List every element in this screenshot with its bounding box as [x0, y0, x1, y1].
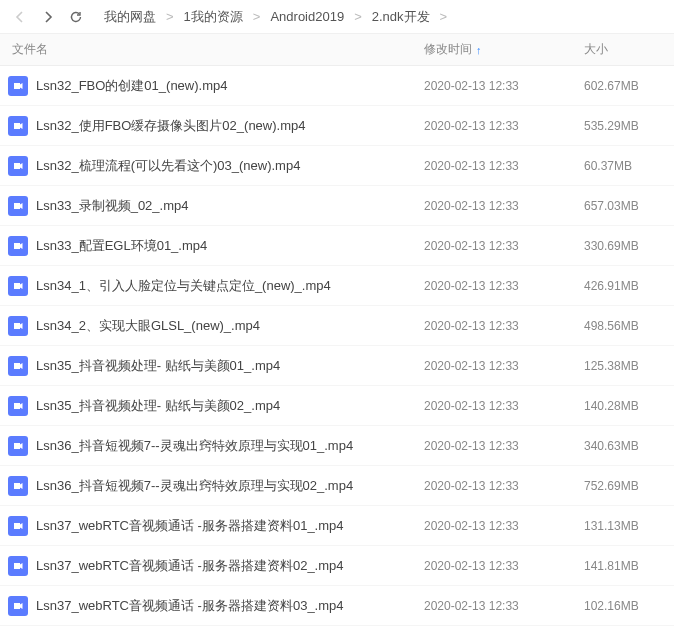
file-row[interactable]: Lsn32_梳理流程(可以先看这个)03_(new).mp42020-02-13…: [0, 146, 674, 186]
topbar: 我的网盘 > 1我的资源 > Android2019 > 2.ndk开发 >: [0, 0, 674, 34]
refresh-button[interactable]: [64, 5, 88, 29]
file-list: Lsn32_FBO的创建01_(new).mp42020-02-13 12:33…: [0, 66, 674, 626]
file-row[interactable]: Lsn32_FBO的创建01_(new).mp42020-02-13 12:33…: [0, 66, 674, 106]
column-header-date[interactable]: 修改时间 ↑: [424, 41, 584, 58]
file-name: Lsn35_抖音视频处理- 贴纸与美颜02_.mp4: [36, 397, 424, 415]
file-size: 140.28MB: [584, 399, 674, 413]
file-size: 330.69MB: [584, 239, 674, 253]
file-size: 752.69MB: [584, 479, 674, 493]
video-file-icon: [8, 196, 28, 216]
back-button[interactable]: [8, 5, 32, 29]
file-date: 2020-02-13 12:33: [424, 559, 584, 573]
file-row[interactable]: Lsn34_1、引入人脸定位与关键点定位_(new)_.mp42020-02-1…: [0, 266, 674, 306]
column-header-date-label: 修改时间: [424, 41, 472, 58]
video-file-icon: [8, 116, 28, 136]
video-file-icon: [8, 76, 28, 96]
file-row[interactable]: Lsn37_webRTC音视频通话 -服务器搭建资料03_.mp42020-02…: [0, 586, 674, 626]
video-file-icon: [8, 556, 28, 576]
file-name: Lsn36_抖音短视频7--灵魂出窍特效原理与实现01_.mp4: [36, 437, 424, 455]
file-size: 102.16MB: [584, 599, 674, 613]
video-file-icon: [8, 596, 28, 616]
file-row[interactable]: Lsn33_配置EGL环境01_.mp42020-02-13 12:33330.…: [0, 226, 674, 266]
file-date: 2020-02-13 12:33: [424, 319, 584, 333]
sort-up-icon: ↑: [476, 44, 482, 56]
column-header-name[interactable]: 文件名: [0, 41, 424, 58]
video-file-icon: [8, 276, 28, 296]
chevron-right-icon: >: [164, 9, 176, 24]
file-name: Lsn33_配置EGL环境01_.mp4: [36, 237, 424, 255]
file-name: Lsn34_1、引入人脸定位与关键点定位_(new)_.mp4: [36, 277, 424, 295]
file-date: 2020-02-13 12:33: [424, 479, 584, 493]
breadcrumb-item[interactable]: 1我的资源: [178, 6, 249, 28]
file-size: 535.29MB: [584, 119, 674, 133]
file-size: 125.38MB: [584, 359, 674, 373]
file-date: 2020-02-13 12:33: [424, 399, 584, 413]
file-name: Lsn37_webRTC音视频通话 -服务器搭建资料01_.mp4: [36, 517, 424, 535]
file-date: 2020-02-13 12:33: [424, 239, 584, 253]
file-date: 2020-02-13 12:33: [424, 599, 584, 613]
file-name: Lsn35_抖音视频处理- 贴纸与美颜01_.mp4: [36, 357, 424, 375]
video-file-icon: [8, 156, 28, 176]
chevron-right-icon: >: [251, 9, 263, 24]
video-file-icon: [8, 476, 28, 496]
file-row[interactable]: Lsn35_抖音视频处理- 贴纸与美颜02_.mp42020-02-13 12:…: [0, 386, 674, 426]
file-row[interactable]: Lsn37_webRTC音视频通话 -服务器搭建资料02_.mp42020-02…: [0, 546, 674, 586]
file-row[interactable]: Lsn37_webRTC音视频通话 -服务器搭建资料01_.mp42020-02…: [0, 506, 674, 546]
file-date: 2020-02-13 12:33: [424, 119, 584, 133]
file-row[interactable]: Lsn35_抖音视频处理- 贴纸与美颜01_.mp42020-02-13 12:…: [0, 346, 674, 386]
file-size: 141.81MB: [584, 559, 674, 573]
file-date: 2020-02-13 12:33: [424, 279, 584, 293]
breadcrumb-item[interactable]: 2.ndk开发: [366, 6, 436, 28]
video-file-icon: [8, 356, 28, 376]
forward-button[interactable]: [36, 5, 60, 29]
file-date: 2020-02-13 12:33: [424, 359, 584, 373]
file-size: 657.03MB: [584, 199, 674, 213]
file-name: Lsn32_使用FBO缓存摄像头图片02_(new).mp4: [36, 117, 424, 135]
file-date: 2020-02-13 12:33: [424, 79, 584, 93]
breadcrumb-item[interactable]: 我的网盘: [98, 6, 162, 28]
file-row[interactable]: Lsn34_2、实现大眼GLSL_(new)_.mp42020-02-13 12…: [0, 306, 674, 346]
file-row[interactable]: Lsn36_抖音短视频7--灵魂出窍特效原理与实现01_.mp42020-02-…: [0, 426, 674, 466]
file-date: 2020-02-13 12:33: [424, 519, 584, 533]
file-row[interactable]: Lsn32_使用FBO缓存摄像头图片02_(new).mp42020-02-13…: [0, 106, 674, 146]
file-date: 2020-02-13 12:33: [424, 199, 584, 213]
chevron-right-icon: >: [352, 9, 364, 24]
file-date: 2020-02-13 12:33: [424, 439, 584, 453]
breadcrumb: 我的网盘 > 1我的资源 > Android2019 > 2.ndk开发 >: [98, 6, 449, 28]
file-name: Lsn32_梳理流程(可以先看这个)03_(new).mp4: [36, 157, 424, 175]
file-name: Lsn36_抖音短视频7--灵魂出窍特效原理与实现02_.mp4: [36, 477, 424, 495]
column-header-size[interactable]: 大小: [584, 41, 674, 58]
column-header-row: 文件名 修改时间 ↑ 大小: [0, 34, 674, 66]
file-row[interactable]: Lsn33_录制视频_02_.mp42020-02-13 12:33657.03…: [0, 186, 674, 226]
file-size: 340.63MB: [584, 439, 674, 453]
chevron-right-icon: >: [438, 9, 450, 24]
video-file-icon: [8, 316, 28, 336]
file-name: Lsn37_webRTC音视频通话 -服务器搭建资料02_.mp4: [36, 557, 424, 575]
file-name: Lsn37_webRTC音视频通话 -服务器搭建资料03_.mp4: [36, 597, 424, 615]
file-row[interactable]: Lsn36_抖音短视频7--灵魂出窍特效原理与实现02_.mp42020-02-…: [0, 466, 674, 506]
breadcrumb-item[interactable]: Android2019: [264, 7, 350, 26]
file-name: Lsn34_2、实现大眼GLSL_(new)_.mp4: [36, 317, 424, 335]
file-size: 602.67MB: [584, 79, 674, 93]
video-file-icon: [8, 516, 28, 536]
video-file-icon: [8, 436, 28, 456]
file-size: 498.56MB: [584, 319, 674, 333]
file-size: 426.91MB: [584, 279, 674, 293]
video-file-icon: [8, 396, 28, 416]
video-file-icon: [8, 236, 28, 256]
file-size: 131.13MB: [584, 519, 674, 533]
file-name: Lsn32_FBO的创建01_(new).mp4: [36, 77, 424, 95]
file-name: Lsn33_录制视频_02_.mp4: [36, 197, 424, 215]
file-size: 60.37MB: [584, 159, 674, 173]
file-date: 2020-02-13 12:33: [424, 159, 584, 173]
